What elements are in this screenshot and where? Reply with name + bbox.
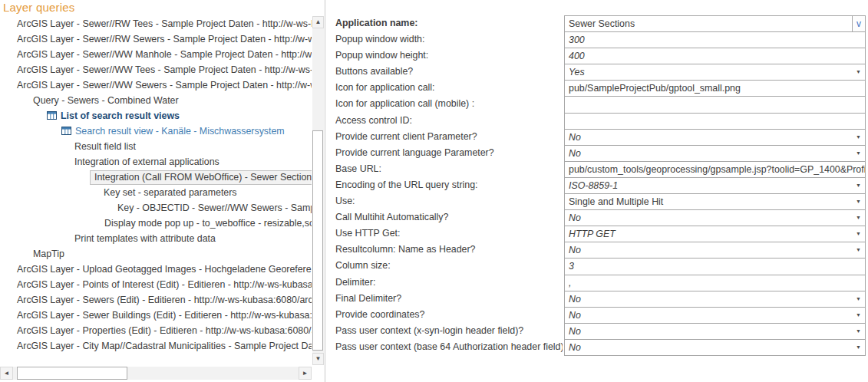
tree-item-arcgis-layer[interactable]: ArcGIS Layer - City Map//Cadastral Munic… xyxy=(0,338,312,354)
combo-v-icon: v xyxy=(856,18,861,29)
tree-item-arcgis-layer[interactable]: ArcGIS Layer - Sewer//RW Tees - Sample P… xyxy=(0,16,312,31)
resultcolumn-header-select[interactable]: No▼ xyxy=(564,242,866,259)
call-multihit-select[interactable]: No▼ xyxy=(564,209,866,226)
provide-client-parameter-select[interactable]: No▼ xyxy=(564,129,866,146)
page-title: Layer queries xyxy=(3,1,75,14)
use-select[interactable]: Single and Multiple Hit▼ xyxy=(564,193,866,210)
field-value: HTTP GET xyxy=(569,229,616,239)
tree-item-arcgis-layer[interactable]: ArcGIS Layer - Sewers (Edit) - Editieren… xyxy=(0,292,312,308)
provide-language-parameter-select[interactable]: No▼ xyxy=(564,145,866,162)
field-value: No xyxy=(569,212,581,223)
tree-item-search-result-view[interactable]: Search result view - Kanäle - Mischwasse… xyxy=(0,123,312,139)
dropdown-arrow-icon: ▼ xyxy=(856,340,861,355)
tree-item-key-set[interactable]: Key set - separated parameters xyxy=(0,185,312,200)
tree-item-arcgis-layer[interactable]: ArcGIS Layer - Sewer//WW Manhole - Sampl… xyxy=(0,47,312,62)
field-value: 400 xyxy=(569,51,585,61)
base-url-input[interactable]: pub/custom_tools/geoprocessing/gpsample.… xyxy=(564,161,866,178)
tree-item-arcgis-layer[interactable]: ArcGIS Layer - Upload Geotagged Images -… xyxy=(0,262,312,277)
field-label-use-http-get: Use HTTP Get: xyxy=(335,226,563,242)
icon-application-call-mobile-input[interactable] xyxy=(564,96,866,113)
field-label-icon-application-call-mobile: Icon for application call (mobile) : xyxy=(335,96,563,112)
field-value: Yes xyxy=(569,67,585,77)
tree-item-integration-selected[interactable]: Integration (Call FROM WebOffice) - Sewe… xyxy=(0,170,312,185)
column-size-input[interactable]: 3 xyxy=(564,258,866,275)
tree-item-arcgis-layer[interactable]: ArcGIS Layer - Sewer//WW Sewers - Sample… xyxy=(0,77,312,93)
layer-queries-admin-page: Layer queries ArcGIS Layer - Sewer//RW T… xyxy=(0,0,868,382)
field-value: No xyxy=(569,132,581,143)
field-label-provide-client-parameter: Provide current client Parameter? xyxy=(335,129,563,145)
scroll-right-button[interactable]: ► xyxy=(299,367,312,380)
horizontal-scrollbar-thumb[interactable] xyxy=(17,367,127,380)
tree-item-list-of-search-result-views[interactable]: List of search result views xyxy=(0,108,312,123)
form-label-column: Application name: Popup window width: Po… xyxy=(335,15,563,355)
tree-item-arcgis-layer[interactable]: ArcGIS Layer - Sewer//WW Tees - Sample P… xyxy=(0,62,312,77)
field-value: pub/custom_tools/geoprocessing/gpsample.… xyxy=(569,164,866,175)
tree-item-arcgis-layer[interactable]: ArcGIS Layer - Points of Interest (Edit)… xyxy=(0,277,312,292)
dropdown-arrow-icon: ▼ xyxy=(856,324,861,339)
field-value: No xyxy=(569,326,581,337)
tree-item-arcgis-layer[interactable]: ArcGIS Layer - Sewer Buildings (Edit) - … xyxy=(0,308,312,323)
field-value: 300 xyxy=(569,35,585,45)
layer-queries-tree-panel: Layer queries ArcGIS Layer - Sewer//RW T… xyxy=(0,0,325,382)
dropdown-arrow-icon: ▼ xyxy=(856,178,861,193)
final-delimiter-select[interactable]: No▼ xyxy=(564,291,866,308)
vertical-scrollbar-thumb[interactable] xyxy=(312,130,323,351)
access-control-id-input[interactable] xyxy=(564,113,866,130)
delimiter-input[interactable]: , xyxy=(564,275,866,291)
field-value: ISO-8859-1 xyxy=(569,180,618,191)
combo-dropdown-button[interactable]: v xyxy=(852,16,865,31)
field-label-popup-window-width: Popup window width: xyxy=(335,31,563,48)
tree-horizontal-scrollbar[interactable]: ◄ ► xyxy=(0,367,312,380)
tree-item-arcgis-layer[interactable]: ArcGIS Layer - Sewer//RW Sewers - Sample… xyxy=(0,31,312,47)
field-label-buttons-available: Buttons available? xyxy=(335,64,563,80)
icon-application-call-input[interactable]: pub/SampleProjectPub/gptool_small.png xyxy=(564,80,866,97)
field-label-pass-user-context-base64: Pass user context (base 64 Authorization… xyxy=(335,339,563,355)
pass-user-context-xsyn-select[interactable]: No▼ xyxy=(564,323,866,340)
field-label-delimiter: Delimiter: xyxy=(335,275,563,291)
field-label-popup-window-height: Popup window height: xyxy=(335,48,563,64)
provide-coordinates-select[interactable]: No▼ xyxy=(564,307,866,324)
field-value: No xyxy=(569,245,581,255)
tree-item-display-mode[interactable]: Display mode pop up - to_weboffice - res… xyxy=(0,216,312,231)
dropdown-arrow-icon: ▼ xyxy=(856,210,861,226)
pass-user-context-base64-select[interactable]: No▼ xyxy=(564,339,866,356)
scroll-down-button[interactable]: ▼ xyxy=(312,353,324,365)
scroll-up-button[interactable]: ▲ xyxy=(312,16,324,28)
tree-item-key-objectid[interactable]: Key - OBJECTID - Sewer//WW Sewers - Samp… xyxy=(0,200,312,216)
tree-item-result-field-list[interactable]: Result field list xyxy=(0,139,312,154)
buttons-available-select[interactable]: Yes▼ xyxy=(564,64,866,81)
field-label-base-url: Base URL: xyxy=(335,161,563,177)
field-label-call-multihit: Call Multihit Automatically? xyxy=(335,209,563,226)
field-value: 3 xyxy=(569,261,574,272)
tree-item-label: List of search result views xyxy=(61,110,180,121)
tree-item-arcgis-layer[interactable]: ArcGIS Layer - Properties (Edit) - Editi… xyxy=(0,323,312,338)
use-http-get-select[interactable]: HTTP GET▼ xyxy=(564,226,866,242)
tree-item-maptip[interactable]: MapTip xyxy=(0,246,312,262)
tree-vertical-scrollbar[interactable]: ▲ ▼ xyxy=(312,16,324,365)
popup-window-height-input[interactable]: 400 xyxy=(564,48,866,64)
scroll-left-button[interactable]: ◄ xyxy=(0,367,13,380)
form-field-column: Sewer Sections v 300 400 Yes▼ pub/Sample… xyxy=(564,15,866,356)
encoding-url-query-select[interactable]: ISO-8859-1▼ xyxy=(564,177,866,194)
selected-tree-item-box: Integration (Call FROM WebOffice) - Sewe… xyxy=(90,170,312,185)
field-label-final-delimiter: Final Delimiter? xyxy=(335,291,563,307)
dropdown-arrow-icon: ▼ xyxy=(856,194,861,209)
tree-item-integration-of-external-applications[interactable]: Integration of external applications xyxy=(0,154,312,170)
tree-item-print-templates[interactable]: Print templates with attribute data xyxy=(0,231,312,246)
dropdown-arrow-icon: ▼ xyxy=(856,146,861,161)
field-label-use: Use: xyxy=(335,193,563,209)
field-value: No xyxy=(569,294,581,305)
field-label-provide-language-parameter: Provide current language Parameter? xyxy=(335,145,563,161)
field-label-encoding-url-query: Encoding of the URL query string: xyxy=(335,177,563,193)
scroll-right-icon: ► xyxy=(299,367,311,379)
popup-window-width-input[interactable]: 300 xyxy=(564,31,866,48)
application-name-combobox[interactable]: Sewer Sections v xyxy=(564,15,866,32)
field-label-pass-user-context-xsyn: Pass user context (x-syn-login header fi… xyxy=(335,323,563,339)
field-label-provide-coordinates: Provide coordinates? xyxy=(335,307,563,323)
field-value: Single and Multiple Hit xyxy=(569,196,663,207)
table-icon xyxy=(47,109,57,123)
tree-item-query-sewers[interactable]: Query - Sewers - Combined Water xyxy=(0,93,312,108)
dropdown-arrow-icon: ▼ xyxy=(856,130,861,145)
field-value: Sewer Sections xyxy=(569,18,635,29)
field-label-icon-application-call: Icon for application call: xyxy=(335,80,563,96)
